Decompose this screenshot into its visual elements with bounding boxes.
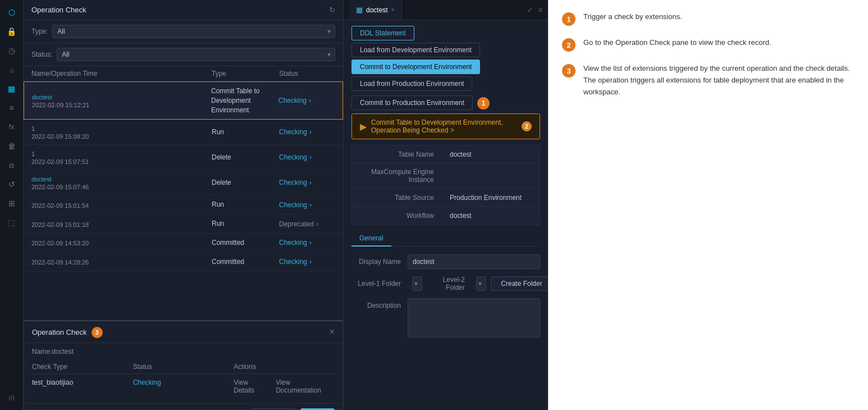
table-row[interactable]: 1 2022-02-09 15:07:51 Delete Checking › [24, 145, 343, 170]
row-type-col: Committed [212, 238, 279, 248]
workflow-row: Workflow doctest [352, 207, 540, 225]
level1-folder-select-wrap[interactable]: Select [412, 276, 422, 291]
annotation-item-3: 3 View the list of extensions triggered … [562, 63, 855, 98]
row-status-col[interactable]: Deprecated › [279, 220, 335, 228]
ddl-statement-btn[interactable]: DDL Statement [351, 26, 414, 40]
bottom-panel-name: Name:doctest [32, 348, 335, 356]
table-name-label: Table Name [352, 145, 442, 163]
tab-label: doctest [366, 6, 388, 14]
bottom-col-check-type: Check Type [32, 363, 133, 371]
sidebar-puzzle-icon[interactable]: ⧈ [4, 157, 20, 173]
tab-menu-icon[interactable]: ≡ [538, 6, 542, 14]
table-row[interactable]: 2022-02-09 14:28:26 Committed Checking › [24, 253, 343, 272]
level1-folder-label: Level-1 Folder [351, 280, 408, 288]
annotation-section: 1 Trigger a check by extensions. 2 Go to… [548, 0, 868, 410]
general-tabs: General [351, 231, 540, 247]
table-row[interactable]: 2022-02-09 15:01:54 Run Checking › [24, 195, 343, 215]
col-header-type: Type [212, 70, 279, 78]
description-label: Description [351, 298, 408, 309]
table-row[interactable]: doctest 2022-02-09 15:07:46 Delete Check… [24, 170, 343, 195]
bottom-panel-close-icon[interactable]: × [330, 327, 335, 337]
create-folder-button[interactable]: Create Folder [491, 276, 548, 291]
col-header-name: Name/Operation Time [31, 70, 212, 78]
row-type-col: Delete [212, 153, 279, 162]
row-status-col[interactable]: Checking › [279, 128, 335, 136]
commit-dev-env-btn[interactable]: Commit to Development Environment [351, 60, 480, 74]
table-row[interactable]: doctest 2022-02-09 15:12:21 Commit Table… [24, 81, 343, 120]
row-name-col: 2022-02-09 15:01:54 [31, 201, 212, 209]
load-dev-env-btn[interactable]: Load from Development Environment [351, 43, 480, 57]
panel-header: Operation Check ↻ [24, 0, 343, 20]
type-filter-wrap[interactable]: All [52, 25, 335, 38]
folder-row: Level-1 Folder Select Level-2 Folder Sel… [351, 276, 540, 291]
sidebar-refresh-icon[interactable]: ↺ [4, 176, 20, 192]
level2-folder-select-wrap[interactable]: Select [476, 276, 486, 291]
table-row[interactable]: 1 2022-02-09 15:08:20 Run Checking › [24, 120, 343, 145]
status-filter-select[interactable]: All [57, 48, 335, 61]
row-status-col[interactable]: Checking › [279, 258, 335, 266]
row-name-col: 2022-02-09 14:53:20 [31, 239, 212, 247]
status-filter-wrap[interactable]: All [57, 48, 335, 61]
row-status-col[interactable]: Checking › [279, 153, 335, 161]
view-documentation-link[interactable]: View Documentation [276, 379, 335, 394]
tab-close-icon[interactable]: × [391, 7, 395, 13]
row-type-col: Delete [212, 178, 279, 188]
view-details-link[interactable]: View Details [234, 379, 269, 394]
sidebar: ⬡ 🔒 ◷ ⌕ ▦ ≡ fx 🗑 ⧈ ↺ ⊞ ⬚ ⟨/⟩ [0, 0, 24, 410]
row-status-col[interactable]: Checking › [279, 179, 335, 186]
info-grid: Table Name doctest MaxCompute Engine Ins… [351, 145, 540, 225]
doctest-tab[interactable]: ▦ doctest × [349, 0, 402, 20]
bottom-table-header: Check Type Status Actions [32, 360, 335, 374]
sidebar-search-icon[interactable]: ⌕ [4, 62, 20, 78]
top-buttons: DDL Statement Load from Development Envi… [344, 20, 548, 113]
annotation-item-2: 2 Go to the Operation Check pane to view… [562, 37, 855, 52]
level1-folder-select[interactable]: Select [412, 276, 422, 291]
description-row: Description [351, 298, 540, 338]
table-row[interactable]: 2022-02-09 15:01:18 Run Deprecated › [24, 215, 343, 234]
level2-folder-label: Level-2 Folder [427, 276, 472, 291]
display-name-label: Display Name [351, 258, 408, 266]
commit-prod-env-btn[interactable]: Commit to Production Environment [351, 95, 473, 110]
sidebar-list-icon[interactable]: ≡ [4, 100, 20, 116]
tab-check-icon[interactable]: ✓ [527, 6, 533, 14]
load-prod-env-btn[interactable]: Load from Production Environment [351, 76, 472, 91]
row-status-col[interactable]: Checking › [279, 239, 335, 247]
sidebar-box-icon[interactable]: ⬚ [4, 215, 20, 230]
sidebar-trash-icon[interactable]: 🗑 [4, 138, 20, 154]
display-name-row: Display Name [351, 254, 540, 269]
bottom-panel-body: Name:doctest Check Type Status Actions t… [24, 343, 342, 403]
general-tab[interactable]: General [351, 231, 391, 247]
general-section: General Display Name Level-1 Folder Sele… [344, 231, 548, 338]
level2-folder-select[interactable]: Select [476, 276, 486, 291]
annotation-badge-3: 3 [562, 64, 575, 78]
panel-header-actions[interactable]: ↻ [329, 6, 335, 14]
status-filter-row: Status: All [24, 43, 343, 66]
description-textarea[interactable] [408, 298, 540, 338]
type-filter-row: Type: All [24, 20, 343, 43]
panel-title: Operation Check [31, 6, 86, 14]
table-row[interactable]: 2022-02-09 14:53:20 Committed Checking › [24, 234, 343, 253]
sidebar-code-icon[interactable]: ⟨/⟩ [4, 390, 20, 406]
display-name-input[interactable] [408, 254, 540, 269]
type-filter-select[interactable]: All [52, 25, 335, 38]
row-name-col: 1 2022-02-09 15:08:20 [31, 124, 212, 140]
panel-refresh-icon[interactable]: ↻ [329, 6, 335, 14]
row-status-col[interactable]: Checking › [279, 201, 335, 209]
type-filter-label: Type: [31, 28, 48, 35]
content-area: DDL Statement Load from Development Envi… [344, 20, 548, 410]
sidebar-shield-icon[interactable]: ⊞ [4, 195, 20, 211]
sidebar-lock-icon[interactable]: 🔒 [4, 24, 20, 39]
sidebar-table-icon[interactable]: ▦ [4, 81, 20, 97]
annotation-badge-1: 1 [562, 12, 575, 26]
annotation-item-1: 1 Trigger a check by extensions. [562, 11, 855, 26]
check-status-value: Checking [133, 379, 234, 394]
row-type-col: Run [212, 127, 279, 137]
sidebar-logo[interactable]: ⬡ [4, 4, 20, 20]
engine-row: MaxCompute Engine Instance [352, 163, 540, 189]
sidebar-fx-icon[interactable]: fx [4, 119, 20, 135]
check-type-value: test_biaotijiao [32, 379, 133, 394]
row-status-col[interactable]: Checking › [278, 97, 335, 104]
bottom-col-actions: Actions [234, 363, 335, 371]
table-header: Name/Operation Time Type Status [24, 66, 343, 81]
sidebar-clock-icon[interactable]: ◷ [4, 43, 20, 58]
